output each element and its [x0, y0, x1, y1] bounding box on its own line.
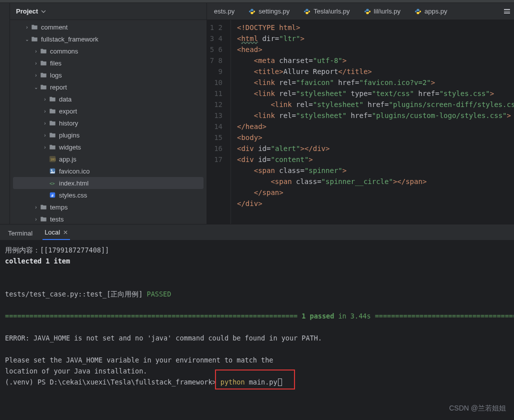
tab-label: Tesla\urls.py: [314, 8, 350, 15]
tree-label: plugins: [59, 132, 80, 139]
close-icon[interactable]: ✕: [63, 229, 68, 236]
folder-icon: [48, 120, 57, 126]
folder-icon: [39, 204, 48, 210]
editor-tabs: ests.pysettings.pyTesla\urls.pylili\urls…: [207, 3, 514, 20]
terminal-line: tests/test_case.py::test_[正向用例] PASSED: [5, 290, 171, 298]
tree-folder-fullstack[interactable]: ⌄fullstack_framework: [10, 33, 206, 45]
tree-label: data: [59, 96, 72, 103]
tree-folder-temps[interactable]: ›temps: [10, 201, 206, 213]
tree-label: widgets: [59, 144, 81, 151]
tree-label: tests: [50, 216, 64, 223]
terminal-tool-window: Terminal Local✕ 用例内容：[[1799187277408]] c…: [0, 224, 514, 420]
tree-label: logs: [50, 72, 62, 79]
project-title: Project: [16, 8, 38, 15]
folder-icon: [48, 144, 57, 150]
folder-icon: [48, 132, 57, 138]
tree-label: favicon.ico: [59, 168, 90, 175]
tree-arrow-icon[interactable]: ›: [42, 96, 48, 102]
tree-folder-data[interactable]: ›data: [10, 93, 206, 105]
python-icon: [364, 8, 371, 15]
code-content[interactable]: <!DOCTYPE html> <html dir="ltr"> <head> …: [231, 20, 514, 224]
svg-point-3: [51, 170, 52, 171]
tree-folder-logs[interactable]: ›logs: [10, 69, 206, 81]
tree-file-app-js[interactable]: 101app.js: [10, 153, 206, 165]
code-editor[interactable]: 1 2 3 4 5 6 7 8 9 10 11 12 13 14 15 16 1…: [207, 20, 514, 224]
python-icon: [304, 8, 310, 15]
tree-folder-plugins[interactable]: ›plugins: [10, 129, 206, 141]
folder-icon: [39, 72, 48, 78]
tab-label: settings.py: [258, 8, 290, 15]
tree-label: index.html: [59, 180, 88, 187]
tree-label: temps: [50, 204, 68, 211]
js-icon: 101: [48, 156, 57, 162]
tree-folder-widgets[interactable]: ›widgets: [10, 141, 206, 153]
project-tree[interactable]: ›comment⌄fullstack_framework›commons›fil…: [10, 20, 206, 224]
html-icon: <>: [48, 180, 57, 186]
tree-folder-export[interactable]: ›export: [10, 105, 206, 117]
folder-icon: [39, 84, 48, 90]
tree-label: app.js: [59, 156, 76, 163]
watermark: CSDN @兰若姐姐: [449, 404, 506, 413]
css-icon: #: [48, 192, 57, 198]
folder-icon: [30, 36, 39, 42]
terminal-prompt: (.venv) PS D:\cekai\xuexi\Tesla\fullstac…: [5, 378, 282, 386]
tree-arrow-icon[interactable]: ›: [42, 144, 48, 150]
tree-arrow-icon[interactable]: ›: [33, 204, 39, 210]
terminal-line: ERROR: JAVA_HOME is not set and no 'java…: [5, 334, 322, 342]
terminal-tabs: Terminal Local✕: [0, 224, 514, 240]
tree-file-favicon[interactable]: favicon.ico: [10, 165, 206, 177]
line-number-gutter: 1 2 3 4 5 6 7 8 9 10 11 12 13 14 15 16 1…: [207, 20, 231, 224]
project-header[interactable]: Project: [10, 3, 206, 20]
cursor: [278, 378, 282, 386]
tree-arrow-icon[interactable]: ›: [42, 108, 48, 114]
python-icon: [414, 8, 422, 15]
tab-label: ests.py: [214, 8, 234, 15]
tree-arrow-icon[interactable]: ›: [24, 24, 30, 30]
editor-tab[interactable]: Tesla\urls.py: [296, 3, 356, 20]
tree-label: commons: [50, 48, 78, 55]
editor-tab[interactable]: lili\urls.py: [357, 3, 408, 20]
svg-text:#: #: [51, 194, 54, 198]
folder-icon: [39, 216, 48, 222]
tree-arrow-icon[interactable]: ›: [42, 132, 48, 138]
tree-folder-comment[interactable]: ›comment: [10, 21, 206, 33]
folder-icon: [30, 24, 39, 30]
upper-pane: Project ›comment⌄fullstack_framework›com…: [0, 3, 514, 224]
tree-arrow-icon[interactable]: ⌄: [33, 84, 39, 90]
tab-label: apps.py: [424, 8, 448, 15]
tree-folder-files[interactable]: ›files: [10, 57, 206, 69]
tree-file-index-html[interactable]: <>index.html: [13, 177, 204, 189]
tree-arrow-icon[interactable]: ›: [33, 60, 39, 66]
left-tool-gutter: [0, 3, 10, 224]
editor-tab[interactable]: ests.py: [207, 3, 242, 20]
tree-folder-tests[interactable]: ›tests: [10, 213, 206, 224]
hamburger-icon[interactable]: [504, 9, 514, 14]
terminal-line: location of your Java installation.: [5, 367, 147, 375]
tree-arrow-icon[interactable]: ›: [42, 120, 48, 126]
svg-text:101: 101: [50, 158, 56, 161]
tree-arrow-icon[interactable]: ›: [33, 216, 39, 222]
editor-tab[interactable]: settings.py: [242, 3, 296, 20]
tree-label: fullstack_framework: [41, 36, 98, 43]
folder-icon: [48, 96, 57, 102]
tree-folder-commons[interactable]: ›commons: [10, 45, 206, 57]
tree-folder-report[interactable]: ⌄report: [10, 81, 206, 93]
terminal-tab-local[interactable]: Local✕: [42, 226, 70, 240]
folder-icon: [39, 48, 48, 54]
tree-arrow-icon[interactable]: ›: [33, 48, 39, 54]
tree-file-styles-css[interactable]: #styles.css: [10, 189, 206, 201]
chevron-down-icon: [41, 9, 46, 14]
folder-icon: [48, 108, 57, 114]
ico-icon: [48, 168, 57, 174]
tree-label: history: [59, 120, 78, 127]
terminal-output[interactable]: 用例内容：[[1799187277408]] collected 1 item …: [0, 240, 514, 420]
tree-arrow-icon[interactable]: ›: [33, 72, 39, 78]
tree-label: comment: [41, 24, 68, 31]
tree-label: export: [59, 108, 77, 115]
editor-tab[interactable]: apps.py: [408, 3, 454, 20]
tree-arrow-icon[interactable]: ⌄: [24, 36, 30, 42]
tree-label: files: [50, 60, 62, 67]
terminal-separator: ========================================…: [5, 312, 514, 320]
terminal-tab-terminal[interactable]: Terminal: [6, 226, 34, 240]
tree-folder-history[interactable]: ›history: [10, 117, 206, 129]
